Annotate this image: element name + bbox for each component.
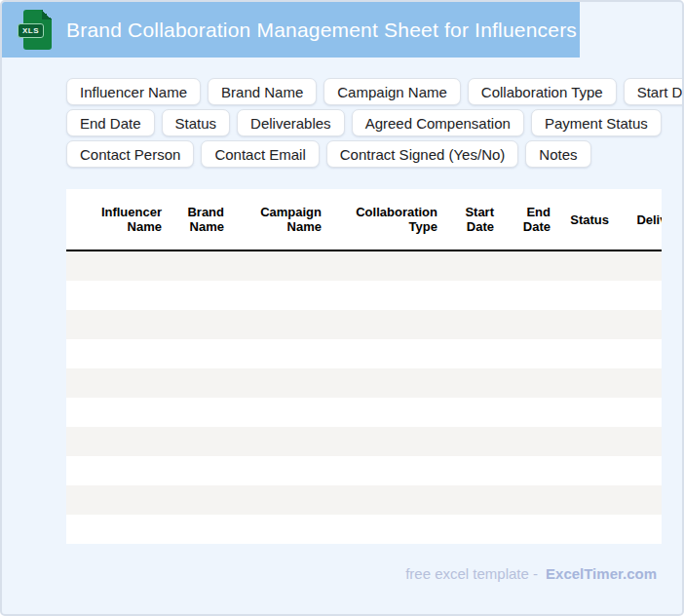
column-header: Brand Name xyxy=(170,189,232,250)
table-cell xyxy=(617,368,662,398)
field-chip[interactable]: Payment Status xyxy=(531,109,662,136)
table-cell xyxy=(558,398,617,427)
table-cell xyxy=(329,250,445,281)
field-chip[interactable]: Status xyxy=(162,109,231,136)
table-cell xyxy=(66,310,170,339)
table-cell xyxy=(558,250,617,281)
table-cell xyxy=(329,281,445,310)
table-cell xyxy=(329,515,445,544)
field-chip-list: Influencer NameBrand NameCampaign NameCo… xyxy=(66,78,684,168)
table-row xyxy=(66,485,662,515)
table-cell xyxy=(329,485,445,515)
table-cell xyxy=(170,281,232,310)
field-chip[interactable]: Contact Email xyxy=(201,140,319,168)
column-header: Start Date xyxy=(445,189,502,250)
field-chip[interactable]: Notes xyxy=(525,140,590,168)
field-chip[interactable]: Influencer Name xyxy=(66,78,201,105)
table-cell xyxy=(232,398,329,427)
column-header: Campaign Name xyxy=(232,189,329,250)
table-cell xyxy=(617,339,662,368)
table-cell xyxy=(445,281,502,310)
table-cell xyxy=(445,427,502,456)
table-cell xyxy=(558,339,617,368)
xls-icon-label: XLS xyxy=(18,23,44,38)
page-title: Brand Collaboration Management Sheet for… xyxy=(66,19,577,42)
table-row xyxy=(66,310,662,339)
table-cell xyxy=(66,398,170,427)
table-row xyxy=(66,398,662,427)
table-cell xyxy=(617,515,662,544)
table-cell xyxy=(617,281,662,310)
table-cell xyxy=(66,427,170,456)
table-cell xyxy=(445,310,502,339)
table-cell xyxy=(558,281,617,310)
field-chip[interactable]: Brand Name xyxy=(208,78,317,105)
footer-brand-link[interactable]: ExcelTimer.com xyxy=(546,565,657,582)
table-cell xyxy=(502,515,558,544)
footer-text: free excel template - xyxy=(405,565,538,582)
field-chip[interactable]: Deliverables xyxy=(237,109,345,136)
table-cell xyxy=(445,515,502,544)
column-header: Collaboration Type xyxy=(329,189,445,250)
field-chip[interactable]: Contract Signed (Yes/No) xyxy=(326,140,519,168)
table-row xyxy=(66,515,662,544)
table-cell xyxy=(329,456,445,485)
table-cell xyxy=(232,485,329,515)
field-chip-row: End DateStatusDeliverablesAgreed Compens… xyxy=(66,109,684,136)
table-cell xyxy=(558,427,617,456)
collaboration-table: Influencer NameBrand NameCampaign NameCo… xyxy=(66,189,662,544)
field-chip[interactable]: Collaboration Type xyxy=(468,78,617,105)
column-header: Deliverables xyxy=(617,189,662,250)
field-chip[interactable]: Start Date xyxy=(624,78,684,105)
table-cell xyxy=(502,368,558,398)
table-cell xyxy=(66,339,170,368)
table-cell xyxy=(617,456,662,485)
table-cell xyxy=(232,310,329,339)
table-cell xyxy=(329,368,445,398)
field-chip[interactable]: Campaign Name xyxy=(323,78,461,105)
table-cell xyxy=(170,310,232,339)
table-cell xyxy=(445,456,502,485)
table-cell xyxy=(617,485,662,515)
table-cell xyxy=(558,485,617,515)
column-header: End Date xyxy=(502,189,558,250)
table-cell xyxy=(445,339,502,368)
table-cell xyxy=(445,485,502,515)
table-cell xyxy=(558,368,617,398)
table-cell xyxy=(66,368,170,398)
field-chip[interactable]: End Date xyxy=(66,109,155,136)
table-cell xyxy=(502,398,558,427)
table-cell xyxy=(617,427,662,456)
table-cell xyxy=(232,368,329,398)
table-row xyxy=(66,281,662,310)
table-cell xyxy=(170,427,232,456)
table-cell xyxy=(445,398,502,427)
table-cell xyxy=(558,456,617,485)
table-cell xyxy=(170,339,232,368)
table-cell xyxy=(445,368,502,398)
field-chip[interactable]: Contact Person xyxy=(66,140,194,168)
table-cell xyxy=(502,456,558,485)
table-cell xyxy=(66,515,170,544)
table-cell xyxy=(232,515,329,544)
table-cell xyxy=(66,250,170,281)
table-cell xyxy=(232,427,329,456)
table-cell xyxy=(502,281,558,310)
title-bar: XLS Brand Collaboration Management Sheet… xyxy=(2,2,580,58)
table-cell xyxy=(66,281,170,310)
field-chip-row: Contact PersonContact EmailContract Sign… xyxy=(66,140,684,168)
table-cell xyxy=(502,339,558,368)
table-cell xyxy=(232,456,329,485)
table-cell xyxy=(66,456,170,485)
table-cell xyxy=(170,485,232,515)
table-cell xyxy=(232,281,329,310)
field-chip[interactable]: Agreed Compensation xyxy=(352,109,524,136)
table-cell xyxy=(66,485,170,515)
table-row xyxy=(66,368,662,398)
table-cell xyxy=(502,485,558,515)
table-row xyxy=(66,427,662,456)
table-cell xyxy=(502,427,558,456)
table-cell xyxy=(329,398,445,427)
table-cell xyxy=(170,250,232,281)
table-cell xyxy=(170,515,232,544)
